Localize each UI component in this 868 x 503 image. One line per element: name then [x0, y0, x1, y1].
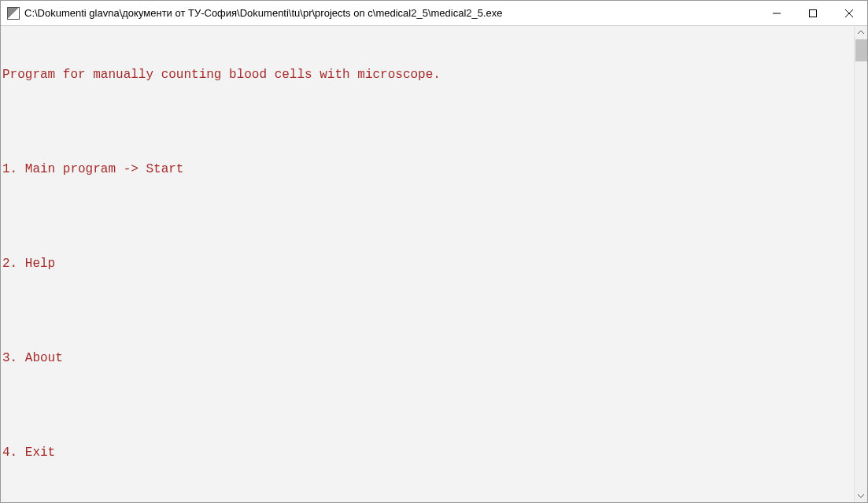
menu-item-3: 3. About	[2, 350, 854, 366]
menu-item-4: 4. Exit	[2, 445, 854, 460]
maximize-button[interactable]	[795, 1, 831, 25]
console-header: Program for manually counting blood cell…	[2, 67, 854, 83]
blank-line	[2, 303, 854, 319]
scroll-down-arrow[interactable]	[855, 489, 867, 502]
titlebar: C:\Dokumenti glavna\документи от ТУ-Софи…	[1, 1, 867, 26]
close-button[interactable]	[831, 1, 867, 25]
close-icon	[845, 9, 853, 17]
minimize-button[interactable]	[759, 1, 795, 25]
chevron-up-icon	[858, 31, 864, 35]
blank-line	[2, 492, 854, 502]
scrollbar-thumb[interactable]	[855, 39, 867, 61]
menu-item-2: 2. Help	[2, 256, 854, 272]
console-area: Program for manually counting blood cell…	[1, 26, 867, 502]
window-controls	[759, 1, 867, 25]
blank-line	[2, 114, 854, 130]
chevron-down-icon	[858, 494, 864, 497]
minimize-icon	[773, 9, 781, 17]
menu-item-1: 1. Main program -> Start	[2, 161, 854, 177]
blank-line	[2, 398, 854, 413]
app-icon	[7, 7, 20, 20]
blank-line	[2, 209, 854, 224]
svg-rect-1	[810, 9, 817, 17]
window-title: C:\Dokumenti glavna\документи от ТУ-Софи…	[24, 7, 759, 19]
console-content[interactable]: Program for manually counting blood cell…	[1, 26, 854, 502]
maximize-icon	[809, 9, 817, 17]
scroll-up-arrow[interactable]	[855, 26, 867, 39]
vertical-scrollbar[interactable]	[854, 26, 867, 502]
